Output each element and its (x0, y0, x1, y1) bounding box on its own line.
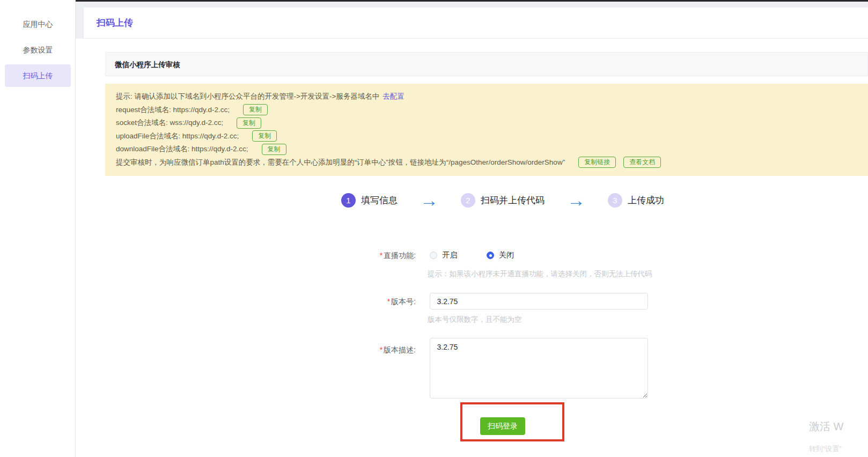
notice-text: 提示: 请确认添加以下域名到小程序公众平台的开发管理->开发设置->服务器域名中 (116, 92, 379, 101)
notice-line-config: 提示: 请确认添加以下域名到小程序公众平台的开发管理->开发设置->服务器域名中… (116, 90, 857, 104)
copy-link-button[interactable]: 复制链接 (578, 157, 616, 168)
radio-unchecked-icon (430, 252, 437, 259)
step-scan-upload-code: 2 扫码并上传代码 (461, 193, 545, 208)
notice-line-uploadfile: uploadFile合法域名: https://qdy.d-2.cc; 复制 (116, 130, 857, 143)
top-gray-strip (76, 2, 868, 8)
copy-request-domain-button[interactable]: 复制 (243, 104, 268, 115)
socket-domain-text: socket合法域名: wss://qdy.d-2.cc; (116, 118, 223, 128)
sidebar: 应用中心 参数设置 扫码上传 (0, 0, 76, 457)
activate-windows-watermark: 激活 W (809, 419, 843, 434)
sidebar-gutter (76, 2, 84, 39)
step-fill-info: 1 填写信息 (341, 193, 398, 208)
main-content: 微信小程序上传审核 提示: 请确认添加以下域名到小程序公众平台的开发管理->开发… (84, 39, 868, 457)
view-doc-button[interactable]: 查看文档 (623, 157, 661, 168)
step-1-label: 填写信息 (361, 194, 398, 207)
notice-line-downloadfile: downloadFile合法域名: https://qdy.d-2.cc; 复制 (116, 143, 857, 156)
uploadfile-domain-text: uploadFile合法域名: https://qdy.d-2.cc; (116, 131, 239, 141)
downloadfile-domain-text: downloadFile合法域名: https://qdy.d-2.cc; (116, 144, 248, 154)
sidebar-item-app-center[interactable]: 应用中心 (5, 13, 71, 35)
step-upload-success: 3 上传成功 (608, 193, 664, 208)
step-2-circle: 2 (461, 193, 475, 208)
step-1-circle: 1 (341, 193, 356, 208)
title-bar: 扫码上传 (84, 8, 868, 39)
sidebar-item-scan-upload[interactable]: 扫码上传 (5, 64, 71, 87)
arrow-right-icon: → (420, 193, 438, 208)
page-title: 扫码上传 (84, 8, 868, 39)
radio-live-on[interactable]: 开启 (430, 250, 457, 260)
required-asterisk: * (387, 297, 390, 306)
card-header: 微信小程序上传审核 (105, 52, 868, 76)
request-domain-text: request合法域名: https://qdy.d-2.cc; (116, 105, 230, 115)
radio-checked-icon (487, 252, 494, 259)
steps-indicator: 1 填写信息 → 2 扫码并上传代码 → 3 上传成功 (341, 193, 664, 208)
required-asterisk: * (380, 345, 382, 354)
live-feature-row: *直播功能: 开启 关闭 (84, 251, 868, 261)
version-row: *版本号: (84, 293, 868, 309)
description-row: *版本描述: 3.2.75 (84, 338, 868, 401)
radio-live-off-label: 关闭 (499, 250, 514, 260)
copy-downloadfile-domain-button[interactable]: 复制 (262, 144, 286, 155)
notice-box: 提示: 请确认添加以下域名到小程序公众平台的开发管理->开发设置->服务器域名中… (105, 84, 868, 176)
live-feature-label: *直播功能: (84, 251, 416, 261)
sidebar-item-param-settings[interactable]: 参数设置 (5, 39, 71, 61)
required-asterisk: * (380, 251, 382, 260)
step-3-circle: 3 (608, 193, 622, 208)
description-label: *版本描述: (84, 338, 416, 355)
copy-uploadfile-domain-button[interactable]: 复制 (252, 130, 277, 142)
order-path-text: 提交审核时，为响应微信订单path设置的要求，需要在个人中心添加明显的“订单中心… (116, 158, 565, 167)
version-input[interactable] (430, 293, 648, 309)
go-configure-link[interactable]: 去配置 (382, 92, 404, 101)
arrow-right-icon: → (567, 193, 585, 208)
activate-windows-watermark-line2: 转到“设置” (809, 444, 842, 454)
version-hint: 版本号仅限数字，且不能为空 (428, 315, 522, 325)
radio-live-on-label: 开启 (442, 250, 457, 260)
live-feature-hint: 提示：如果该小程序未开通直播功能，请选择关闭，否则无法上传代码 (428, 269, 652, 279)
notice-line-socket: socket合法域名: wss://qdy.d-2.cc; 复制 (116, 116, 857, 130)
notice-line-request: request合法域名: https://qdy.d-2.cc; 复制 (116, 104, 857, 117)
scan-login-button[interactable]: 扫码登录 (480, 417, 525, 435)
step-3-label: 上传成功 (628, 194, 664, 207)
description-textarea[interactable]: 3.2.75 (430, 338, 648, 399)
step-2-label: 扫码并上传代码 (481, 194, 545, 207)
radio-live-off[interactable]: 关闭 (487, 250, 514, 260)
copy-socket-domain-button[interactable]: 复制 (237, 117, 261, 129)
notice-line-order-path: 提交审核时，为响应微信订单path设置的要求，需要在个人中心添加明显的“订单中心… (116, 156, 857, 169)
version-label: *版本号: (84, 293, 416, 307)
